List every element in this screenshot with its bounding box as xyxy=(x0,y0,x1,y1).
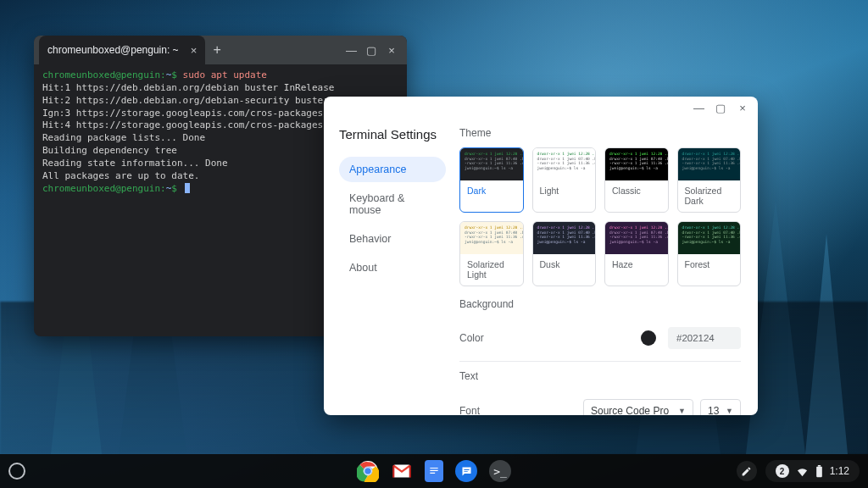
font-label: Font xyxy=(459,405,544,415)
theme-name: Solarized Light xyxy=(460,254,523,286)
background-section-label: Background xyxy=(459,298,741,310)
theme-name: Classic xyxy=(605,180,668,202)
notification-badge: 2 xyxy=(776,464,789,478)
cursor xyxy=(185,183,190,193)
terminal-tab[interactable]: chromeunboxed@penguin: ~ × xyxy=(39,36,205,64)
docs-app-icon[interactable] xyxy=(425,460,443,482)
desktop: chromeunboxed@penguin: ~ × + — ▢ × chrom… xyxy=(0,0,868,488)
wifi-icon xyxy=(796,465,809,478)
launcher-button[interactable] xyxy=(8,463,25,480)
close-icon[interactable]: × xyxy=(387,44,397,57)
stylus-button[interactable] xyxy=(737,461,757,481)
theme-card-solarized-light[interactable]: drwxr-xr-x 1 jwei 12:28 .. drwxr-xr-x 1 … xyxy=(459,221,524,286)
settings-main: Theme drwxr-xr-x 1 jwei 12:28 .. drwxr-x… xyxy=(456,119,758,415)
theme-name: Forest xyxy=(678,254,741,275)
terminal-tab-title: chromeunboxed@penguin: ~ xyxy=(47,44,179,56)
svg-rect-5 xyxy=(816,466,822,477)
terminal-titlebar[interactable]: chromeunboxed@penguin: ~ × + — ▢ × xyxy=(34,36,407,64)
theme-card-dark[interactable]: drwxr-xr-x 1 jwei 12:28 .. drwxr-xr-x 1 … xyxy=(459,147,524,213)
chevron-down-icon: ▼ xyxy=(678,407,686,415)
minimize-icon[interactable]: — xyxy=(693,102,704,114)
settings-titlebar[interactable]: — ▢ × xyxy=(324,97,758,119)
settings-sidebar: Terminal Settings Appearance Keyboard & … xyxy=(324,119,456,415)
gmail-app-icon[interactable] xyxy=(391,460,413,482)
shelf: >_ 2 1:12 xyxy=(0,454,868,488)
color-hex-input[interactable]: #202124 xyxy=(668,327,741,349)
battery-icon xyxy=(815,465,823,478)
close-icon[interactable]: × xyxy=(737,102,748,114)
status-tray[interactable]: 2 1:12 xyxy=(765,460,860,482)
theme-card-classic[interactable]: drwxr-xr-x 1 jwei 12:28 .. drwxr-xr-x 1 … xyxy=(604,147,669,213)
theme-grid: drwxr-xr-x 1 jwei 12:28 .. drwxr-xr-x 1 … xyxy=(459,147,741,286)
nav-behavior[interactable]: Behavior xyxy=(339,226,446,252)
theme-card-solarized-dark[interactable]: drwxr-xr-x 1 jwei 12:28 .. drwxr-xr-x 1 … xyxy=(677,147,742,213)
theme-name: Haze xyxy=(605,254,668,275)
theme-card-dusk[interactable]: drwxr-xr-x 1 jwei 12:28 .. drwxr-xr-x 1 … xyxy=(532,221,597,286)
maximize-icon[interactable]: ▢ xyxy=(366,44,376,57)
svg-rect-6 xyxy=(817,465,820,467)
settings-title: Terminal Settings xyxy=(339,127,446,141)
color-swatch[interactable] xyxy=(641,330,656,346)
chrome-app-icon[interactable] xyxy=(357,460,379,482)
clock: 1:12 xyxy=(830,465,849,477)
nav-about[interactable]: About xyxy=(339,255,446,280)
theme-name: Dark xyxy=(460,180,523,202)
messages-app-icon[interactable] xyxy=(455,460,477,482)
nav-keyboard-mouse[interactable]: Keyboard & mouse xyxy=(339,186,446,223)
text-section-label: Text xyxy=(459,370,741,382)
theme-card-forest[interactable]: drwxr-xr-x 1 jwei 12:28 .. drwxr-xr-x 1 … xyxy=(677,221,742,286)
theme-section-label: Theme xyxy=(459,127,741,139)
terminal-app-icon[interactable]: >_ xyxy=(489,460,511,482)
settings-window[interactable]: — ▢ × Terminal Settings Appearance Keybo… xyxy=(324,97,758,415)
maximize-icon[interactable]: ▢ xyxy=(715,102,726,114)
theme-card-haze[interactable]: drwxr-xr-x 1 jwei 12:28 .. drwxr-xr-x 1 … xyxy=(604,221,669,286)
theme-name: Dusk xyxy=(533,254,596,275)
nav-appearance[interactable]: Appearance xyxy=(339,157,446,182)
close-tab-icon[interactable]: × xyxy=(191,44,198,57)
font-row: Font Source Code Pro ▼ 13 ▼ xyxy=(459,391,741,415)
shelf-apps: >_ xyxy=(357,460,511,482)
font-size-select[interactable]: 13 ▼ xyxy=(700,399,741,415)
background-color-label: Color xyxy=(459,332,544,344)
chevron-down-icon: ▼ xyxy=(726,407,733,415)
theme-name: Solarized Dark xyxy=(678,180,741,212)
background-color-row[interactable]: Color #202124 xyxy=(459,319,741,358)
minimize-icon[interactable]: — xyxy=(346,44,356,57)
theme-name: Light xyxy=(533,180,596,202)
new-tab-button[interactable]: + xyxy=(205,42,229,58)
theme-card-light[interactable]: drwxr-xr-x 1 jwei 12:28 .. drwxr-xr-x 1 … xyxy=(532,147,597,213)
font-select[interactable]: Source Code Pro ▼ xyxy=(583,399,693,415)
